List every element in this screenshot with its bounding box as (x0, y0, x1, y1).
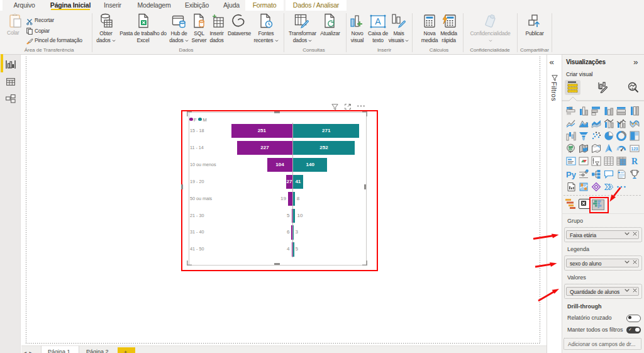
svg-text:123: 123 (631, 147, 638, 151)
svg-text:A: A (375, 16, 381, 26)
svg-text:Py: Py (566, 170, 576, 179)
svg-text:R: R (631, 157, 638, 166)
